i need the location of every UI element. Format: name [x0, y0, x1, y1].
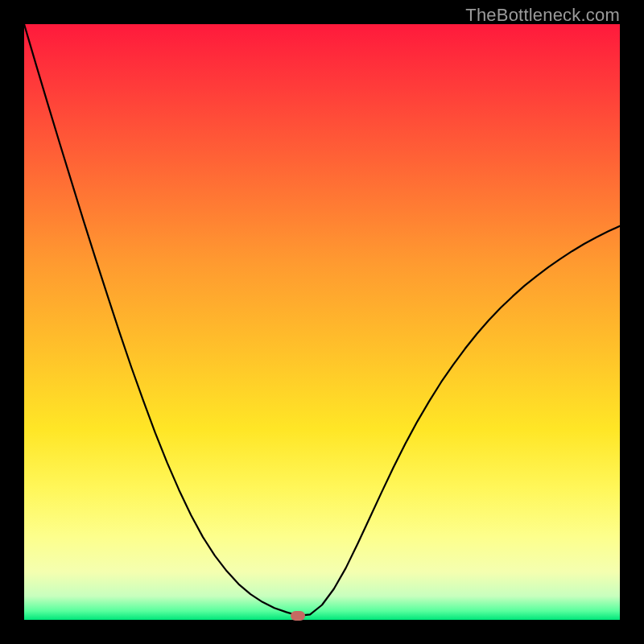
minimum-marker: [291, 611, 305, 621]
plot-area: [24, 24, 620, 620]
bottleneck-curve: [24, 24, 620, 620]
watermark-text: TheBottleneck.com: [465, 5, 620, 26]
